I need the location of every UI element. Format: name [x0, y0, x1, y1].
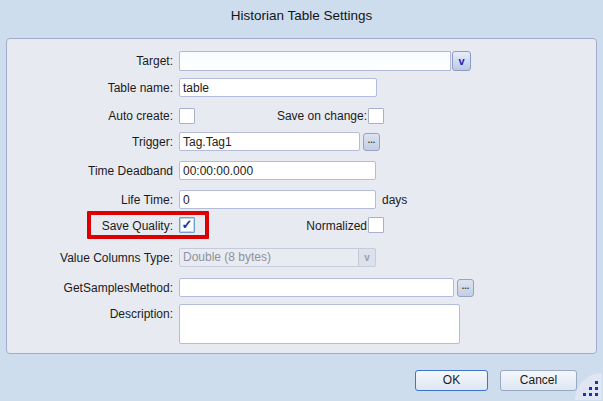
value-columns-type-value: Double (8 bytes) [179, 248, 359, 267]
ellipsis-icon: ... [462, 281, 470, 291]
dialog-title: Historian Table Settings [0, 8, 603, 23]
save-on-change-label: Save on change: [181, 108, 367, 124]
chevron-down-icon: v [364, 253, 370, 263]
life-time-days-suffix: days [382, 193, 407, 207]
target-combobox[interactable]: v [179, 51, 471, 71]
ellipsis-icon: ... [368, 135, 376, 145]
table-name-label: Table name: [7, 80, 173, 96]
save-on-change-checkbox[interactable] [368, 108, 384, 124]
get-samples-method-browse-button[interactable]: ... [457, 279, 474, 297]
target-label: Target: [7, 53, 173, 69]
normalized-label: Normalized [181, 218, 367, 234]
value-columns-type-combobox: Double (8 bytes) v [179, 248, 376, 267]
chevron-down-icon: v [458, 56, 464, 67]
settings-panel: Target: v Table name: Auto create: Save … [6, 38, 597, 354]
time-deadband-input[interactable] [179, 161, 376, 180]
time-deadband-label: Time Deadband [7, 163, 173, 179]
resize-grip[interactable] [575, 373, 602, 400]
value-columns-type-dropdown-button: v [359, 248, 376, 267]
auto-create-label: Auto create: [7, 108, 173, 124]
trigger-label: Trigger: [7, 134, 173, 150]
trigger-input[interactable] [179, 132, 360, 151]
ok-button[interactable]: OK [415, 370, 488, 391]
cancel-button[interactable]: Cancel [500, 370, 577, 391]
target-input[interactable] [179, 51, 451, 71]
life-time-input[interactable] [179, 190, 376, 209]
target-dropdown-button[interactable]: v [452, 51, 471, 71]
table-name-input[interactable] [179, 78, 377, 97]
value-columns-type-label: Value Columns Type: [7, 250, 173, 266]
trigger-browse-button[interactable]: ... [363, 133, 380, 151]
get-samples-method-label: GetSamplesMethod: [7, 280, 173, 296]
life-time-label: Life Time: [7, 192, 173, 208]
save-quality-label: Save Quality: [7, 218, 173, 234]
description-textarea[interactable] [179, 304, 460, 344]
normalized-checkbox[interactable] [368, 217, 384, 233]
description-label: Description: [7, 306, 173, 322]
get-samples-method-input[interactable] [179, 278, 454, 297]
